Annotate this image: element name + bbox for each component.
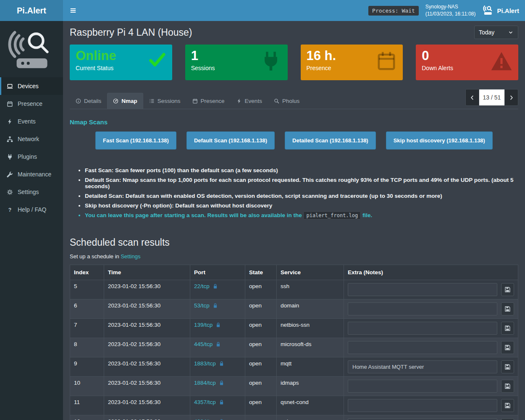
save-note-button[interactable] <box>501 399 514 412</box>
cell-note <box>344 396 518 415</box>
lock-icon <box>219 380 224 386</box>
save-note-button[interactable] <box>501 302 514 315</box>
sidebar-item-events[interactable]: Events <box>0 113 63 130</box>
nmap-scans-heading: Nmap Scans <box>70 118 518 126</box>
save-note-button[interactable] <box>501 283 514 296</box>
status-card-presence: 16 h.Presence <box>301 45 403 80</box>
save-note-button[interactable] <box>501 322 514 335</box>
sidebar-item-presence[interactable]: Presence <box>0 95 63 113</box>
cell-state: open <box>245 357 277 377</box>
note-input[interactable] <box>348 341 497 354</box>
cell-service: unknown <box>277 415 344 420</box>
events-icon <box>6 118 13 125</box>
events-tab-icon <box>236 98 242 104</box>
tab-details[interactable]: Details <box>70 93 107 109</box>
sessions-icon <box>149 98 155 104</box>
sidebar-item-plugins[interactable]: Plugins <box>0 148 63 165</box>
tab-events[interactable]: Events <box>231 93 268 109</box>
cell-port: 22/tcp <box>190 280 245 299</box>
lock-icon <box>213 303 218 308</box>
scan-description-item: Detailed Scan: Default scan with enabled… <box>85 193 518 199</box>
sidebar-item-settings[interactable]: Settings <box>0 183 63 201</box>
sidebar-item-label: Maintenance <box>18 171 51 178</box>
note-input[interactable] <box>348 418 497 420</box>
scan-note-text-end: file. <box>361 212 372 218</box>
cell-port: 139/tcp <box>190 319 245 338</box>
settings-link[interactable]: Settings <box>121 253 140 260</box>
host-name: Synology-NAS <box>425 3 476 10</box>
settings-icon <box>7 189 13 195</box>
note-input[interactable] <box>348 380 497 393</box>
pialert-logo-icon <box>0 21 63 75</box>
port-link[interactable]: 445/tcp <box>194 341 221 347</box>
table-row: 52023-01-02 15:56:3022/tcpopenssh <box>70 280 518 299</box>
note-input[interactable] <box>348 360 497 373</box>
sidebar-item-help-faq[interactable]: ?Help / FAQ <box>0 201 63 218</box>
tab-presence[interactable]: Presence <box>186 93 231 109</box>
cell-time: 2023-01-02 15:56:30 <box>104 357 190 377</box>
port-link[interactable]: 1884/tcp <box>194 380 224 386</box>
scan-results-table: IndexTimePortStateServiceExtra (Notes) 5… <box>70 265 518 420</box>
cell-state: open <box>245 280 277 299</box>
save-note-button[interactable] <box>501 380 514 393</box>
brand-link[interactable]: Pi.Alert <box>482 5 519 16</box>
app-logo[interactable]: Pi.Alert <box>0 0 63 21</box>
save-icon <box>504 344 511 351</box>
tab-sessions[interactable]: Sessions <box>143 93 186 109</box>
devices-icon <box>7 83 13 89</box>
save-icon <box>504 286 511 293</box>
sidebar-item-maintenance[interactable]: Maintenance <box>0 165 63 183</box>
router-icon <box>482 5 493 16</box>
settings-icon <box>6 189 13 195</box>
pholus-icon <box>274 98 279 104</box>
lock-icon <box>213 284 218 289</box>
port-link[interactable]: 22/tcp <box>194 283 218 289</box>
cell-port: 4384/tcp <box>190 415 245 420</box>
port-link[interactable]: 139/tcp <box>194 322 221 328</box>
sidebar: DevicesPresenceEventsNetworkPluginsMaint… <box>0 21 63 420</box>
cell-state: open <box>245 396 277 415</box>
plug-icon <box>260 50 282 72</box>
port-link[interactable]: 53/tcp <box>194 302 218 309</box>
save-note-button[interactable] <box>501 360 514 373</box>
scan-button-default[interactable]: Default Scan (192.168.1.138) <box>186 131 275 150</box>
save-icon <box>504 364 511 370</box>
tab-nmap[interactable]: Nmap <box>107 93 143 109</box>
period-select[interactable]: Today <box>474 26 518 39</box>
cell-time: 2023-01-02 15:56:30 <box>104 415 190 420</box>
tab-pholus[interactable]: Pholus <box>268 93 305 109</box>
sidebar-item-label: Network <box>18 136 39 142</box>
note-input[interactable] <box>348 322 497 335</box>
cell-service: domain <box>277 299 344 319</box>
note-input[interactable] <box>348 283 497 296</box>
scan-button-fast[interactable]: Fast Scan (192.168.1.138) <box>95 131 176 150</box>
status-card-sessions: 1Sessions <box>185 45 288 80</box>
lock-icon <box>219 399 224 405</box>
save-note-button[interactable] <box>501 341 514 354</box>
plug-icon <box>260 50 282 72</box>
cell-note <box>344 338 518 357</box>
port-link[interactable]: 4384/tcp <box>194 418 224 420</box>
port-link[interactable]: 4357/tcp <box>194 399 224 405</box>
tab-label: Nmap <box>121 98 137 104</box>
sidebar-item-network[interactable]: Network <box>0 130 63 148</box>
scan-button-detailed[interactable]: Detailed Scan (192.168.1.138) <box>285 131 376 150</box>
scan-buttons: Fast Scan (192.168.1.138)Default Scan (1… <box>70 131 518 150</box>
events-tab-icon <box>236 98 242 104</box>
scan-description-item: Skip host discovery (-Pn option): Defaul… <box>85 202 518 209</box>
main-header: Raspberry Pi 4 LAN (House) Today <box>70 26 518 39</box>
lock-icon <box>215 341 221 347</box>
pager-prev-button[interactable] <box>465 89 479 106</box>
scan-button-skip[interactable]: Skip host discovery (192.168.1.138) <box>386 131 493 150</box>
sidebar-toggle-button[interactable] <box>63 0 83 21</box>
save-note-button[interactable] <box>501 418 514 420</box>
note-input[interactable] <box>348 302 497 315</box>
sidebar-item-devices[interactable]: Devices <box>0 77 63 95</box>
note-input[interactable] <box>348 399 497 412</box>
port-link[interactable]: 1883/tcp <box>194 360 224 367</box>
sessions-icon <box>149 98 155 104</box>
cell-time: 2023-01-02 15:56:30 <box>104 396 190 415</box>
device-pager: 13 / 51 <box>465 89 518 106</box>
pager-next-button[interactable] <box>504 89 518 106</box>
cell-time: 2023-01-02 15:56:30 <box>104 338 190 357</box>
